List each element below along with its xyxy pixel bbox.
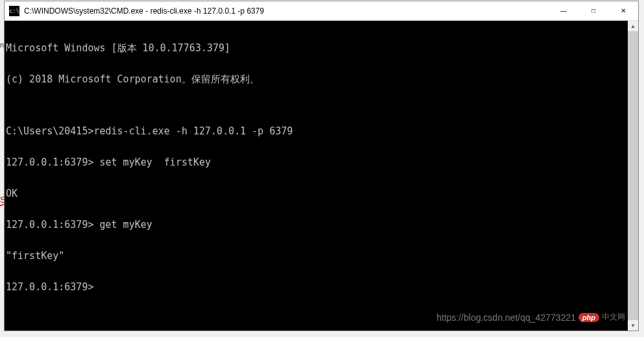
terminal-line: "firstKey" bbox=[6, 251, 626, 261]
scrollbar-up-arrow-icon[interactable]: ▲ bbox=[628, 21, 638, 31]
terminal-area: Microsoft Windows [版本 10.0.17763.379] (c… bbox=[5, 21, 638, 331]
terminal-content[interactable]: Microsoft Windows [版本 10.0.17763.379] (c… bbox=[5, 21, 628, 331]
close-button[interactable]: ✕ bbox=[608, 1, 638, 20]
cmd-icon: c:\ bbox=[9, 6, 19, 16]
terminal-line: 127.0.0.1:6379> set myKey firstKey bbox=[6, 157, 626, 168]
window-controls: — □ ✕ bbox=[549, 1, 638, 20]
terminal-line: 127.0.0.1:6379> bbox=[6, 282, 626, 292]
terminal-line: (c) 2018 Microsoft Corporation。保留所有权利。 bbox=[6, 74, 626, 84]
terminal-line: C:\Users\20415>redis-cli.exe -h 127.0.0.… bbox=[6, 126, 626, 136]
scrollbar-down-arrow-icon[interactable]: ▼ bbox=[628, 320, 638, 331]
window-titlebar[interactable]: c:\ C:\WINDOWS\system32\CMD.exe - redis-… bbox=[5, 1, 638, 21]
minimize-button[interactable]: — bbox=[549, 1, 578, 20]
cmd-window: c:\ C:\WINDOWS\system32\CMD.exe - redis-… bbox=[4, 1, 639, 331]
terminal-line: Microsoft Windows [版本 10.0.17763.379] bbox=[6, 43, 626, 53]
maximize-button[interactable]: □ bbox=[578, 1, 608, 20]
window-title: C:\WINDOWS\system32\CMD.exe - redis-cli.… bbox=[24, 6, 549, 16]
terminal-line: OK bbox=[6, 188, 626, 199]
vertical-scrollbar[interactable]: ▲ ▼ bbox=[628, 21, 638, 331]
terminal-line: 127.0.0.1:6379> get myKey bbox=[6, 219, 626, 230]
scrollbar-thumb[interactable] bbox=[628, 31, 638, 320]
